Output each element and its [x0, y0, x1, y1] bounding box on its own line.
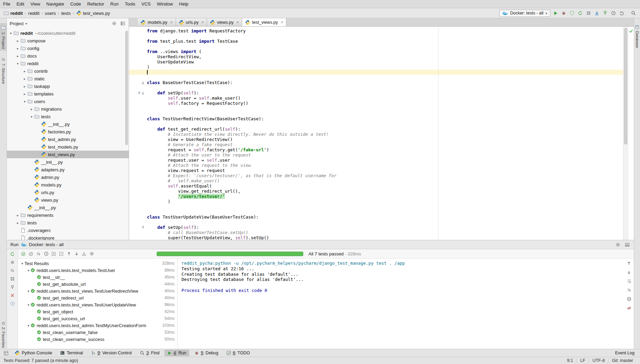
code-line[interactable]: ) — [129, 64, 623, 70]
breadcrumb-item-reddit[interactable]: reddit — [28, 10, 40, 16]
subclass-marker-icon[interactable] — [141, 91, 145, 95]
window-switcher-button[interactable] — [3, 350, 9, 356]
rerun-button[interactable] — [577, 9, 584, 17]
help-button[interactable]: ? — [9, 300, 16, 307]
code-line[interactable] — [129, 106, 623, 111]
menu-help[interactable]: Help — [176, 0, 191, 8]
tree-item-taskapp[interactable]: ▸taskapp — [7, 82, 129, 90]
vcs-down-button[interactable] — [593, 9, 601, 17]
tool-window-button-run[interactable]: 4: Run — [165, 350, 189, 356]
test-row-reddit-users-tests-test-views-testuserredirectview[interactable]: ▾reddit.users.tests.test_views.TestUserR… — [18, 287, 177, 294]
tree-item-users[interactable]: ▾users — [7, 98, 129, 105]
settings-button[interactable] — [111, 20, 117, 27]
code-line[interactable]: self.assertEqual( — [129, 183, 623, 189]
tree-item-test-admin-py[interactable]: test_admin.py — [7, 135, 129, 143]
code-line[interactable] — [129, 44, 623, 49]
vcs-up-button[interactable] — [601, 9, 609, 17]
collapse-arrow-icon[interactable]: ▾ — [26, 269, 31, 272]
code-line[interactable]: # Instantiate the view directly. Never d… — [129, 132, 623, 137]
expand-arrow-icon[interactable]: ▸ — [22, 92, 27, 96]
hide-panel-button[interactable] — [119, 20, 126, 27]
code-line[interactable]: super(TestUserUpdateView, self).setUp() — [129, 235, 623, 240]
tool-window-button-terminal[interactable]: Terminal — [57, 350, 86, 356]
code-line[interactable] — [129, 209, 623, 214]
code-line[interactable] — [129, 121, 623, 127]
code-line[interactable]: request = self.factory.get('/fake-url') — [129, 147, 623, 152]
tree-item-config[interactable]: ▸config — [7, 44, 129, 52]
expand-arrow-icon[interactable]: ▸ — [15, 221, 20, 225]
coverage-button[interactable] — [568, 9, 576, 17]
code-line[interactable]: def setUp(self): — [129, 90, 623, 95]
printer-button[interactable] — [626, 296, 632, 302]
tool-tab-database[interactable]: Database — [634, 23, 640, 50]
code-line[interactable]: def test_get_redirect_url(self): — [129, 127, 623, 132]
close-icon[interactable]: × — [201, 20, 204, 25]
menu-tools[interactable]: Tools — [122, 0, 138, 8]
tool-window-button-version-control[interactable]: 9: Version Control — [88, 350, 135, 356]
collapse-arrow-icon[interactable]: ▾ — [8, 31, 13, 35]
minus-box-button[interactable] — [58, 251, 65, 257]
editor-scrollbar-thumb[interactable] — [624, 28, 627, 144]
tree-item-compose[interactable]: ▸compose — [7, 37, 129, 44]
code-line[interactable] — [129, 111, 623, 116]
test-row-test-str[interactable]: test__str__45ms — [18, 274, 177, 281]
tree-item-tests[interactable]: ▾tests — [7, 113, 129, 120]
menu-refactor[interactable]: Refactor — [84, 0, 107, 8]
editor-tab-test-views-py[interactable]: test_views.py× — [242, 18, 287, 26]
editor-tab-models-py[interactable]: models.py× — [138, 18, 176, 26]
tree-item-reddit[interactable]: ▾reddit — [7, 60, 129, 67]
override-marker-icon[interactable] — [141, 226, 145, 229]
code-line[interactable]: # Expect: '/users/testuser/', as that is… — [129, 173, 623, 178]
sort-lines-button[interactable] — [35, 251, 42, 257]
tree-item-test-views-py[interactable]: test_views.py — [7, 151, 129, 158]
menu-vcs[interactable]: VCS — [138, 0, 154, 8]
expand-arrow-icon[interactable]: ▸ — [22, 77, 27, 81]
code-line[interactable]: view.get_redirect_url(), — [129, 189, 623, 194]
code-line[interactable] — [129, 33, 623, 39]
sort-lines-button[interactable] — [9, 267, 16, 274]
play-button[interactable] — [552, 9, 559, 17]
tool-tab-7-structure[interactable]: 7: Structure — [0, 55, 7, 85]
test-row-test-get-object[interactable]: test_get_object42ms — [18, 308, 177, 315]
menu-window[interactable]: Window — [154, 0, 176, 8]
test-row-test-get-absolute-url[interactable]: test_get_absolute_url44ms — [18, 281, 177, 287]
editor-tab-urls-py[interactable]: urls.py× — [176, 18, 207, 26]
expand-arrow-icon[interactable]: ▸ — [15, 47, 20, 50]
arrow-down-button[interactable] — [626, 269, 632, 275]
status-widget-lf[interactable]: LF — [577, 358, 589, 363]
clock-button[interactable] — [43, 251, 49, 257]
grid-button[interactable] — [585, 9, 592, 17]
pin-button[interactable] — [9, 284, 16, 290]
menu-view[interactable]: View — [27, 0, 43, 8]
breadcrumb-item-users[interactable]: users — [44, 10, 57, 16]
code-line[interactable]: from django.test import RequestFactory — [129, 28, 623, 33]
close-icon[interactable]: × — [170, 20, 173, 25]
test-row-test-clean-username-false[interactable]: test_clean_username_false53ms — [18, 329, 177, 336]
settings-button[interactable] — [614, 241, 621, 248]
code-line[interactable]: class TestUserRedirectView(BaseUserTestC… — [129, 116, 623, 121]
arrow-up-button[interactable] — [66, 251, 72, 257]
collapse-arrow-icon[interactable]: ▾ — [22, 100, 27, 103]
code-line[interactable]: # Generate a fake request — [129, 142, 623, 147]
bug-button[interactable] — [560, 9, 568, 17]
close-icon[interactable]: × — [281, 20, 284, 25]
collapse-arrow-icon[interactable]: ▾ — [29, 115, 34, 119]
grid-button[interactable] — [9, 275, 16, 282]
override-marker-icon[interactable] — [138, 91, 141, 95]
project-scrollbar[interactable] — [125, 31, 128, 145]
tool-window-button-event-log[interactable]: Event Log — [612, 350, 637, 356]
expand-arrow-icon[interactable]: ▸ — [15, 54, 20, 58]
code-line[interactable]: '/users/testuser/' — [129, 194, 623, 199]
tree-item-init-py[interactable]: __init__.py — [7, 120, 129, 128]
code-line[interactable]: UserUpdateView — [129, 59, 623, 64]
stop-button[interactable] — [9, 259, 16, 265]
subclass-marker-icon[interactable] — [141, 81, 145, 84]
check-circle-button[interactable] — [20, 251, 27, 257]
menu-code[interactable]: Code — [67, 0, 84, 8]
plus-box-button[interactable] — [50, 251, 57, 257]
code-line[interactable]: self.factory = RequestFactory() — [129, 101, 623, 106]
code-line[interactable] — [129, 70, 623, 75]
tree-item-models-py[interactable]: models.py — [7, 181, 129, 189]
tree-item-tests[interactable]: ▸tests — [7, 219, 129, 226]
code-line[interactable] — [129, 75, 623, 80]
